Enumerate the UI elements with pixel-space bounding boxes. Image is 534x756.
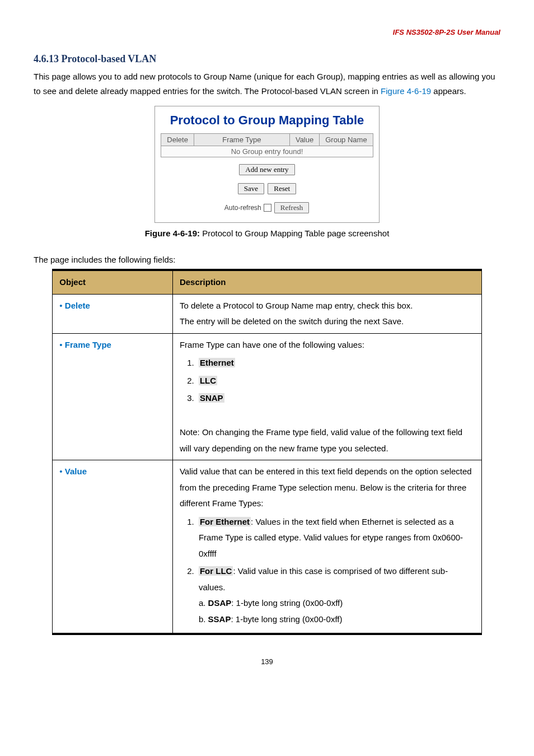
table-row: • Delete To delete a Protocol to Group N… [53, 294, 481, 333]
header-product: IFS NS3502-8P-2S User Manual [34, 28, 500, 36]
fields-intro: The page includes the following fields: [34, 255, 500, 264]
col-frametype: Frame Type [194, 134, 289, 146]
delete-line2: The entry will be deleted on the switch … [180, 316, 404, 326]
ft-item-2: LLC [199, 376, 217, 385]
ft-item-3: SNAP [199, 393, 224, 403]
section-heading: 4.6.13 Protocol-based VLAN [34, 53, 500, 65]
page-number: 139 [34, 657, 500, 666]
list-item: For LLC: Valid value in this case is com… [196, 563, 475, 627]
row-label-frametype: Frame Type [65, 340, 111, 349]
figure-caption: Figure 4-6-19: Protocol to Group Mapping… [34, 228, 500, 238]
reset-button[interactable]: Reset [268, 183, 296, 194]
delete-line1: To delete a Protocol to Group Name map e… [180, 301, 413, 310]
ft-item-1: Ethernet [199, 358, 235, 367]
list-item: LLC [196, 373, 475, 389]
value-li1-key: For Ethernet [199, 517, 251, 526]
col-value: Value [289, 134, 319, 146]
value-li2b-key: SSAP [208, 614, 231, 624]
add-new-entry-button[interactable]: Add new entry [239, 164, 294, 175]
mapping-table: Delete Frame Type Value Group Name No Gr… [161, 133, 373, 157]
bullet-icon: • [59, 340, 62, 349]
object-description-table: Object Description • Delete To delete a … [52, 269, 481, 635]
section-title-text: Protocol-based VLAN [62, 53, 157, 64]
section-number: 4.6.13 [34, 53, 59, 64]
col-delete: Delete [161, 134, 194, 146]
figure-screenshot: Protocol to Group Mapping Table Delete F… [154, 106, 380, 223]
section-intro: This page allows you to add new protocol… [34, 69, 500, 98]
caption-text: Protocol to Group Mapping Table page scr… [200, 228, 389, 238]
value-li2a-rest: : 1-byte long string (0x00-0xff) [231, 598, 343, 608]
frametype-intro: Frame Type can have one of the following… [180, 340, 364, 349]
col-groupname: Group Name [320, 134, 373, 146]
bullet-icon: • [59, 301, 62, 310]
refresh-button[interactable]: Refresh [274, 202, 309, 213]
bullet-icon: • [59, 466, 62, 476]
list-item: SNAP [196, 390, 475, 407]
table-row: • Frame Type Frame Type can have one of … [53, 333, 481, 460]
figure-title: Protocol to Group Mapping Table [155, 113, 379, 128]
row-label-value: Value [65, 466, 87, 476]
value-intro: Valid value that can be entered in this … [180, 466, 472, 508]
value-li2-rest: : Valid value in this case is comprised … [199, 566, 448, 592]
value-li2-key: For LLC [199, 566, 233, 576]
row-label-delete: Delete [65, 301, 90, 310]
list-item: For Ethernet: Values in the text field w… [196, 514, 475, 562]
list-item: Ethernet [196, 355, 475, 371]
header-description: Description [172, 270, 481, 294]
auto-refresh-checkbox[interactable] [264, 204, 271, 212]
figure-ref: Figure 4-6-19 [381, 86, 431, 96]
frametype-note: Note: On changing the Frame type field, … [180, 427, 462, 453]
value-li2a-key: DSAP [208, 598, 232, 608]
empty-row: No Group entry found! [161, 146, 373, 157]
header-object: Object [53, 270, 173, 294]
caption-label: Figure 4-6-19: [145, 228, 200, 238]
value-li2b-rest: : 1-byte long string (0x00-0xff) [231, 614, 342, 624]
auto-refresh-label: Auto-refresh [224, 204, 261, 212]
intro-part2: appears. [431, 86, 466, 96]
save-button[interactable]: Save [238, 183, 264, 194]
table-row: • Value Valid value that can be entered … [53, 460, 481, 634]
